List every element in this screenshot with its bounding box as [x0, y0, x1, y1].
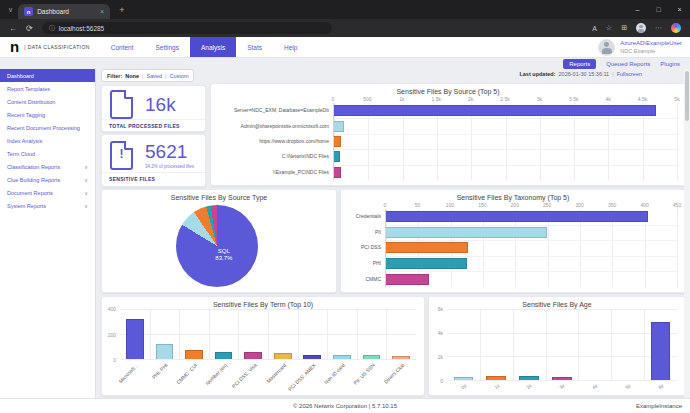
refresh-icon[interactable]: ⟳	[26, 24, 33, 33]
back-icon[interactable]: ←	[9, 24, 17, 33]
fullscreen-link[interactable]: Fullscreen	[617, 71, 642, 77]
bar[interactable]	[386, 242, 468, 253]
filter-option-saved[interactable]: Saved	[146, 73, 162, 79]
nav-item-stats[interactable]: Stats	[236, 37, 273, 57]
sidebar-item-label: Content Distribution	[7, 99, 55, 105]
bar[interactable]	[215, 352, 233, 359]
bar[interactable]	[334, 105, 656, 116]
bar-slot	[513, 309, 546, 380]
nav-item-help[interactable]: Help	[273, 37, 308, 57]
bar-slot	[179, 309, 209, 359]
bar[interactable]	[334, 151, 340, 162]
sidebar-item-system-reports[interactable]: System Reports∨	[0, 199, 95, 212]
bar-slot	[357, 309, 387, 359]
bar[interactable]	[333, 355, 351, 359]
tab-plugins[interactable]: Plugins	[660, 61, 680, 67]
sidebar-item-report-templates[interactable]: Report Templates	[0, 82, 95, 95]
bar-row	[334, 103, 677, 118]
maximize-icon[interactable]: □	[648, 0, 669, 19]
sidebar-item-recent-document-processing[interactable]: Recent Document Processing	[0, 121, 95, 134]
category-label: PCI DSS	[345, 245, 385, 250]
sidebar-item-label: Classification Reports	[7, 164, 60, 170]
product-name: | DATA CLASSIFICATION	[24, 44, 90, 50]
kpi-label: TOTAL PROCESSED FILES	[102, 119, 205, 133]
last-updated: Last updated: 2026-01-30 15:36:11 | Full…	[519, 71, 642, 77]
pie-chart[interactable]: SQL83.7%	[176, 205, 258, 287]
bar[interactable]	[486, 376, 506, 380]
bar[interactable]	[454, 377, 474, 380]
sidebar-item-term-cloud[interactable]: Term Cloud	[0, 147, 95, 160]
browser-tab[interactable]: n Dashboard ×	[18, 4, 110, 19]
x-label-slot: Diners Club	[386, 360, 416, 390]
x-axis-label: 6y	[657, 383, 664, 390]
nav-item-content[interactable]: Content	[100, 37, 145, 57]
sidebar-item-dashboard[interactable]: Dashboard	[0, 69, 95, 82]
filter-option-none[interactable]: None	[125, 73, 139, 79]
kpi-sensitive-files: ! 5621 34.2% of processed files SENSITIV…	[101, 134, 206, 187]
axis-tick-label: 3.5k	[569, 96, 578, 102]
last-updated-label: Last updated:	[519, 71, 555, 77]
bar[interactable]	[185, 350, 203, 359]
bars	[447, 309, 677, 380]
bar[interactable]	[274, 353, 292, 359]
bar-slot	[298, 309, 328, 359]
browser-profile-icon[interactable]	[636, 23, 646, 33]
bar[interactable]	[651, 322, 671, 380]
bar[interactable]	[244, 352, 262, 359]
tab-reports[interactable]: Reports	[563, 59, 596, 69]
sidebar-item-content-distribution[interactable]: Content Distribution	[0, 95, 95, 108]
filter-option-custom[interactable]: Custom	[170, 73, 189, 79]
bar-row	[386, 225, 677, 241]
sidebar-item-classification-reports[interactable]: Classification Reports∨	[0, 160, 95, 173]
read-aloud-icon[interactable]: A	[592, 25, 597, 32]
chevron-down-icon: ∨	[84, 164, 88, 170]
bar[interactable]	[363, 355, 381, 359]
axis-tick-label: 1.5k	[431, 96, 440, 102]
url-field[interactable]: ⓘ localhost:56285	[42, 22, 332, 34]
bar[interactable]	[156, 344, 174, 360]
new-tab-icon[interactable]: +	[119, 5, 124, 15]
copilot-icon[interactable]	[671, 23, 681, 33]
tab-queued-reports[interactable]: Queued Reports	[606, 61, 650, 67]
x-axis-labels: 0y1y2y3y4y5y6y	[447, 381, 677, 390]
bar[interactable]	[303, 355, 321, 359]
axis-tick-label: 6k	[438, 306, 443, 312]
bar[interactable]	[386, 227, 547, 238]
minimize-icon[interactable]: –	[627, 0, 648, 19]
bar[interactable]	[126, 319, 144, 359]
more-menu-icon[interactable]: ⋯	[655, 24, 662, 32]
sidebar-item-label: Term Cloud	[7, 151, 35, 157]
user-block[interactable]: AzureAD\ExampleUser NDC Example	[598, 39, 682, 56]
tab-close-icon[interactable]: ×	[100, 8, 104, 15]
sidebar-item-index-analysis[interactable]: Index Analysis	[0, 134, 95, 147]
category-label: CMMC	[345, 277, 385, 282]
site-info-icon[interactable]: ⓘ	[49, 24, 55, 33]
bar[interactable]	[519, 376, 539, 380]
sidebar-item-label: Clue Building Reports	[7, 177, 60, 183]
sidebar-item-label: Document Reports	[7, 190, 53, 196]
bar[interactable]	[392, 356, 410, 359]
category-label: https://www.dropbox.com/home	[215, 139, 333, 144]
bar[interactable]	[334, 167, 341, 178]
favorite-star-icon[interactable]: ☆	[606, 24, 612, 32]
tab-search-icon[interactable]: ∨	[8, 6, 13, 14]
app-footer: © 2026 Netwrix Corporation | 5.7.10.15 E…	[0, 398, 690, 413]
bar[interactable]	[386, 258, 467, 269]
user-avatar	[598, 39, 615, 56]
sidebar-item-clue-building-reports[interactable]: Clue Building Reports∨	[0, 173, 95, 186]
bar[interactable]	[552, 377, 572, 380]
page-scrollbar[interactable]	[684, 69, 690, 398]
bar[interactable]	[334, 121, 344, 132]
close-icon[interactable]: ×	[669, 0, 690, 19]
bar[interactable]	[334, 136, 341, 147]
extensions-icon[interactable]: ⊞	[621, 24, 627, 32]
sidebar-item-document-reports[interactable]: Document Reports∨	[0, 186, 95, 199]
bar[interactable]	[386, 274, 429, 285]
sidebar-item-recent-tagging[interactable]: Recent Tagging	[0, 108, 95, 121]
axis-tick-label: 250	[543, 202, 551, 208]
nav-item-analysis[interactable]: Analysis	[190, 37, 236, 57]
gridline-vertical	[677, 103, 678, 180]
scrollbar-thumb[interactable]	[685, 71, 689, 121]
bar[interactable]	[386, 211, 648, 222]
nav-item-settings[interactable]: Settings	[145, 37, 191, 57]
